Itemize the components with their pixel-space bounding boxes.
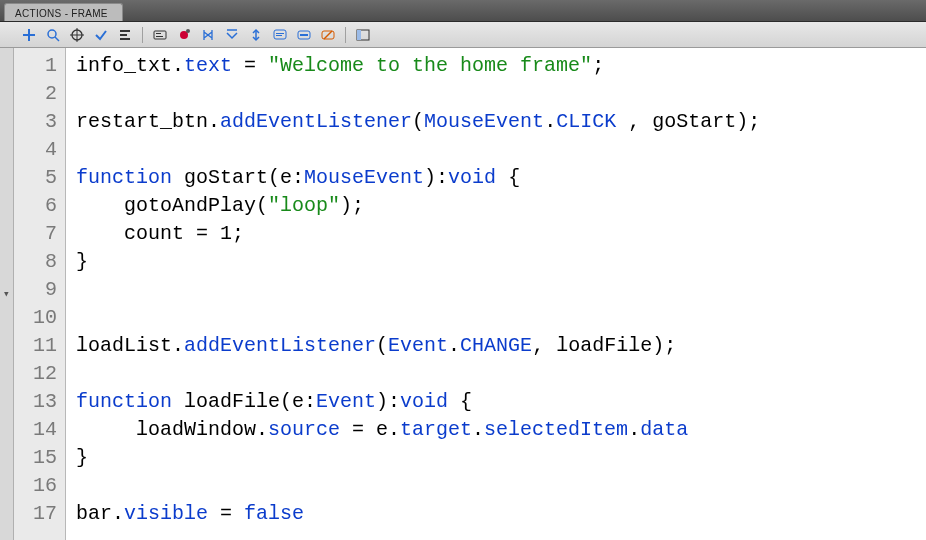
line-number: 13 [14, 388, 57, 416]
code-line[interactable]: gotoAndPlay("loop"); [76, 192, 926, 220]
code-token: Event [388, 334, 448, 357]
code-token: { [448, 390, 472, 413]
code-token: . [172, 334, 184, 357]
code-token: , loadFile); [532, 334, 676, 357]
code-line[interactable] [76, 304, 926, 332]
svg-line-3 [55, 37, 59, 41]
debug-options-icon[interactable] [175, 26, 193, 44]
code-token: ): [376, 390, 400, 413]
line-number: 10 [14, 304, 57, 332]
code-line[interactable] [76, 276, 926, 304]
code-token: void [448, 166, 496, 189]
code-editor[interactable]: ▸ 1234567891011121314151617 info_txt.tex… [0, 48, 926, 540]
code-token: "Welcome to the home frame" [268, 54, 592, 77]
svg-rect-11 [156, 33, 161, 34]
code-token: bar [76, 502, 112, 525]
code-token: } [76, 446, 88, 469]
svg-rect-7 [120, 30, 130, 32]
code-token: selectedItem [484, 418, 628, 441]
code-content[interactable]: info_txt.text = "Welcome to the home fra… [66, 48, 926, 540]
svg-rect-1 [23, 34, 35, 36]
code-token: loadFile [184, 390, 280, 413]
code-line[interactable]: } [76, 444, 926, 472]
actions-panel: ACTIONS - FRAME [0, 0, 926, 540]
svg-rect-17 [276, 33, 284, 34]
expand-all-icon[interactable] [247, 26, 265, 44]
code-token: visible [124, 502, 208, 525]
collapse-selection-icon[interactable] [223, 26, 241, 44]
svg-rect-24 [357, 30, 361, 40]
svg-rect-16 [274, 30, 286, 39]
code-token: target [400, 418, 472, 441]
code-token: , goStart); [616, 110, 760, 133]
code-token: CHANGE [460, 334, 532, 357]
code-line[interactable] [76, 472, 926, 500]
line-number: 9 [14, 276, 57, 304]
code-token: info_txt [76, 54, 172, 77]
svg-point-2 [48, 30, 56, 38]
code-token: ( [412, 110, 424, 133]
panel-title-label: ACTIONS - FRAME [15, 8, 108, 19]
code-token: (e: [268, 166, 304, 189]
code-line[interactable]: bar.visible = false [76, 500, 926, 528]
code-line[interactable] [76, 80, 926, 108]
code-line[interactable]: function goStart(e:MouseEvent):void { [76, 164, 926, 192]
auto-format-icon[interactable] [116, 26, 134, 44]
code-token [172, 390, 184, 413]
chevron-right-icon: ▸ [2, 292, 12, 297]
code-token: . [448, 334, 460, 357]
svg-point-14 [186, 29, 190, 33]
code-token: ( [376, 334, 388, 357]
panel-title-bar: ACTIONS - FRAME [0, 0, 926, 22]
find-icon[interactable] [44, 26, 62, 44]
comment-block-icon[interactable] [271, 26, 289, 44]
code-line[interactable]: loadWindow.source = e.target.selectedIte… [76, 416, 926, 444]
code-line[interactable]: } [76, 248, 926, 276]
code-line[interactable] [76, 136, 926, 164]
line-number: 4 [14, 136, 57, 164]
code-token [172, 166, 184, 189]
code-token: Event [316, 390, 376, 413]
code-line[interactable]: loadList.addEventListener(Event.CHANGE, … [76, 332, 926, 360]
code-token: function [76, 390, 172, 413]
code-token: = [208, 502, 244, 525]
code-line[interactable]: count = 1; [76, 220, 926, 248]
code-line[interactable] [76, 360, 926, 388]
check-syntax-icon[interactable] [92, 26, 110, 44]
svg-rect-9 [120, 38, 130, 40]
code-token: . [544, 110, 556, 133]
line-number: 17 [14, 500, 57, 528]
code-token: false [244, 502, 304, 525]
code-token: MouseEvent [424, 110, 544, 133]
code-hint-icon[interactable] [151, 26, 169, 44]
target-icon[interactable] [68, 26, 86, 44]
code-token: ): [424, 166, 448, 189]
code-token: . [112, 502, 124, 525]
code-line[interactable]: function loadFile(e:Event):void { [76, 388, 926, 416]
line-number: 1 [14, 52, 57, 80]
code-token: . [208, 110, 220, 133]
code-token: gotoAndPlay [124, 194, 256, 217]
panel-collapse-gutter[interactable]: ▸ [0, 48, 14, 540]
code-token: source [268, 418, 340, 441]
uncomment-icon[interactable] [319, 26, 337, 44]
code-token: count = 1; [76, 222, 244, 245]
panel-tab[interactable]: ACTIONS - FRAME [4, 3, 123, 21]
add-script-icon[interactable] [20, 26, 38, 44]
code-line[interactable]: restart_btn.addEventListener(MouseEvent.… [76, 108, 926, 136]
line-number: 12 [14, 360, 57, 388]
code-token: addEventListener [184, 334, 376, 357]
collapse-between-icon[interactable] [199, 26, 217, 44]
code-token: . [472, 418, 484, 441]
line-number: 11 [14, 332, 57, 360]
code-line[interactable]: info_txt.text = "Welcome to the home fra… [76, 52, 926, 80]
svg-rect-8 [120, 34, 127, 36]
show-hide-toolbox-icon[interactable] [354, 26, 372, 44]
code-token: loadList [76, 334, 172, 357]
line-number: 14 [14, 416, 57, 444]
comment-line-icon[interactable] [295, 26, 313, 44]
code-token: CLICK [556, 110, 616, 133]
code-token: addEventListener [220, 110, 412, 133]
code-token: ); [340, 194, 364, 217]
line-number: 2 [14, 80, 57, 108]
